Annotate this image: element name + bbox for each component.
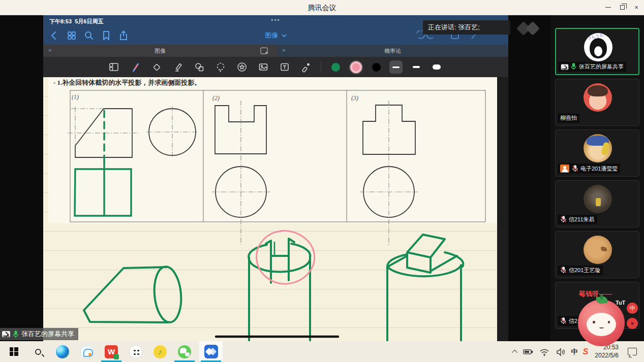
participant-name: 信2: [569, 317, 577, 325]
document-tabbar: × 图像 × 概率论: [43, 45, 508, 57]
windows-taskbar: W ♪ 中 S 20:53 2022/5/6: [0, 341, 644, 362]
participant-tile[interactable]: 信201王艺璇: [555, 231, 639, 278]
sogou-input-icon[interactable]: S: [583, 347, 589, 356]
action-center-icon[interactable]: [628, 348, 637, 355]
lasso-tool-icon[interactable]: [214, 60, 227, 74]
battery-icon[interactable]: [523, 346, 534, 357]
worksheet-drawings: [43, 77, 497, 341]
stroke-width-thick[interactable]: [430, 60, 443, 74]
chat-app-icon: [80, 345, 94, 358]
taskbar-search-button[interactable]: [26, 341, 50, 362]
window-title: 腾讯会议: [0, 4, 644, 13]
shapes-tool-icon[interactable]: [193, 60, 206, 74]
tomato-avatar: [578, 300, 625, 346]
volume-icon[interactable]: [555, 346, 566, 357]
participant-name: 信201王艺璇: [569, 267, 600, 274]
chat-app-button[interactable]: [75, 341, 99, 362]
highlighter-icon[interactable]: [171, 60, 185, 74]
qq-music-button[interactable]: ♪: [148, 341, 172, 362]
tab-probability[interactable]: × 概率论: [277, 45, 508, 57]
eraser-icon[interactable]: [150, 60, 163, 74]
thin-stroke-icon: [392, 67, 400, 68]
shared-screen: 下午8:53 5月6日周五 ••• 图像: [43, 15, 508, 341]
mic-muted-icon: [572, 165, 579, 173]
meeting-stage: 下午8:53 5月6日周五 ••• 图像: [0, 15, 550, 341]
tray-date: 2022/5/6: [595, 352, 619, 360]
participant-name-label: 信211朱易: [558, 215, 597, 224]
screen-share-icon: [2, 331, 10, 337]
stroke-width-thin-selected[interactable]: [389, 60, 403, 74]
page-panel-icon[interactable]: [107, 60, 120, 74]
forest-photo-avatar: [584, 185, 612, 213]
sticker-tool-icon[interactable]: [235, 60, 249, 74]
ruled-paper: - 1.补全回转体截切的水平投影，并求画侧面投影。 (1) (2) (3): [43, 77, 497, 341]
tencent-meeting-watermark-icon: [514, 20, 546, 37]
tencent-meeting-button[interactable]: [199, 341, 223, 362]
participant-name-label: 电子201潘莹莹: [558, 163, 620, 174]
edge-icon: [56, 345, 69, 358]
windows-logo-icon: [10, 347, 18, 356]
mic-on-icon: [570, 63, 577, 71]
participant-tile[interactable]: 电子201潘莹莹: [555, 129, 639, 177]
mic-muted-icon: [560, 216, 567, 223]
maximize-button[interactable]: [615, 0, 630, 15]
participant-tile[interactable]: 信211朱易: [555, 180, 639, 227]
wps-office-button[interactable]: W: [100, 341, 123, 362]
green-color-dot: [331, 63, 340, 72]
tray-expand-chevron-icon[interactable]: [513, 350, 517, 354]
wechat-icon: [178, 345, 191, 358]
system-tray: 中 S 20:53 2022/5/6: [511, 341, 642, 362]
cat-avatar: [584, 236, 612, 264]
thick-stroke-icon: [433, 64, 441, 70]
color-pink-selected[interactable]: [350, 61, 362, 73]
participant-name: 张百艺的屏幕共享: [579, 63, 624, 71]
toolbar-divider: [321, 61, 321, 73]
tab-probability-label: 概率论: [277, 47, 508, 55]
participant-name-label: 信2: [558, 316, 580, 326]
sticker-text-2: TuT: [616, 300, 625, 306]
music-note-icon: ♪: [154, 345, 167, 358]
image-tool-icon[interactable]: [257, 60, 270, 74]
pearl-earring-avatar: [584, 134, 612, 162]
stroke-width-medium[interactable]: [410, 60, 423, 74]
note-canvas[interactable]: - 1.补全回转体截切的水平投影，并求画侧面投影。 (1) (2) (3): [43, 77, 508, 341]
participant-name: 柳燕怡: [560, 114, 577, 122]
laser-pointer-icon[interactable]: [299, 60, 313, 74]
close-button[interactable]: ×: [629, 0, 644, 15]
screen-share-icon: [561, 64, 568, 70]
start-button[interactable]: [2, 341, 25, 362]
participant-tile[interactable]: 柳燕怡: [555, 79, 639, 126]
mic-muted-icon: [560, 267, 567, 274]
sticker-text: 莓钱呀——: [579, 289, 612, 299]
drawing-toolbar: [43, 57, 508, 77]
split-view-icon[interactable]: [259, 45, 270, 56]
minimize-button[interactable]: [600, 0, 616, 15]
wechat-button[interactable]: [173, 341, 196, 362]
wifi-icon[interactable]: [539, 346, 550, 357]
share-label-text: 张百艺的屏幕共享: [21, 330, 74, 339]
participant-tile[interactable]: 莓钱呀—— TuT 中 ♥ 信2: [555, 282, 639, 329]
tab-image[interactable]: × 图像: [43, 45, 277, 57]
text-tool-icon[interactable]: [278, 60, 291, 74]
edge-browser-button[interactable]: [51, 341, 74, 362]
dots-app-button[interactable]: [124, 341, 147, 362]
restore-icon: [620, 5, 625, 10]
participant-name: 电子201潘莹莹: [580, 165, 618, 173]
participant-name-label: 张百艺的屏幕共享: [558, 62, 626, 72]
badge-clothes-icon: ♥: [627, 318, 638, 329]
cartoon-girl-avatar: [584, 83, 612, 112]
member-badge-icon: [560, 164, 569, 173]
penguin-avatar: うんうん: [584, 33, 612, 61]
color-black[interactable]: [370, 61, 382, 73]
participant-tile[interactable]: うんうん 张百艺的屏幕共享: [555, 28, 639, 75]
tab-image-label: 图像: [43, 47, 277, 55]
black-color-dot: [372, 63, 381, 72]
mic-on-icon: [12, 331, 19, 338]
participant-name-label: 柳燕怡: [558, 113, 579, 123]
ime-indicator[interactable]: 中: [571, 347, 578, 356]
pen-tool-icon-active[interactable]: [129, 60, 142, 74]
participant-name: 信211朱易: [569, 216, 595, 223]
pink-color-dot: [352, 63, 360, 71]
participant-name-label: 信201王艺璇: [558, 266, 603, 275]
color-green[interactable]: [329, 61, 342, 73]
